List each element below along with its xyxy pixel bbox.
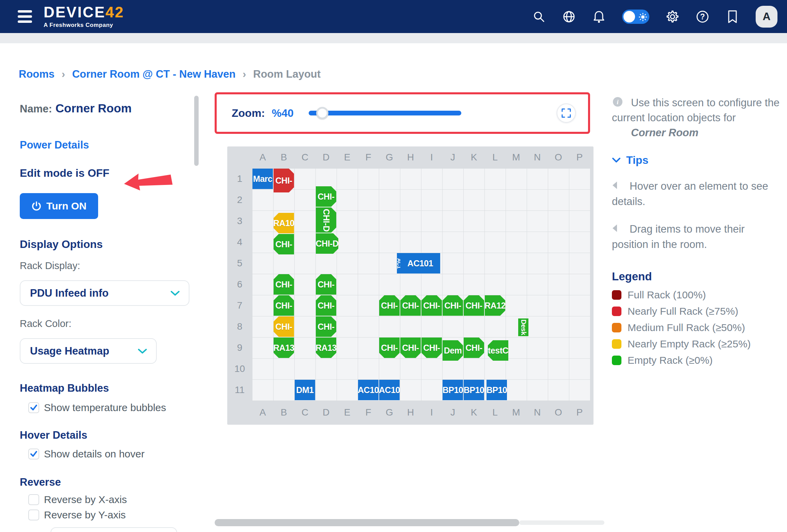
grid-item-bp10[interactable]: BP10 [487, 380, 507, 400]
grid-item-marc[interactable]: Marc [252, 169, 273, 189]
grid-col-letter: N [527, 152, 548, 163]
svg-text:?: ? [700, 12, 705, 21]
theme-toggle[interactable] [622, 10, 649, 24]
sidebar-scrollbar[interactable] [194, 96, 199, 166]
grid-row-number: 8 [227, 316, 252, 337]
zoom-slider[interactable] [309, 111, 461, 115]
grid-item-chi[interactable]: CHI- [443, 295, 463, 316]
cutoff-dropdown[interactable] [50, 527, 177, 532]
grid-row-number: 10 [227, 358, 252, 379]
grid-item-testc[interactable]: testC [488, 340, 508, 361]
grid-item-ra12[interactable]: RA12 [485, 295, 505, 316]
grid-item-bp10[interactable]: BP10 [464, 380, 484, 400]
grid-item-ac101[interactable]: AC101 [400, 253, 440, 273]
bookmark-icon[interactable] [726, 10, 739, 24]
legend-title: Legend [612, 270, 780, 283]
fullscreen-button[interactable] [557, 104, 576, 123]
help-icon[interactable]: ? [696, 10, 709, 24]
grid-item-ra13[interactable]: RA13 [316, 338, 336, 358]
grid-item-ra13[interactable]: RA13 [274, 338, 294, 358]
grid-item-chi[interactable]: CHI- [274, 274, 294, 295]
grid-row-number: 4 [227, 232, 252, 253]
grid-item-chi[interactable]: CHI- [464, 338, 484, 358]
grid-item-chi[interactable]: CHI- [379, 295, 400, 316]
breadcrumb-rooms-link[interactable]: Rooms [19, 68, 55, 80]
rack-color-label: Rack Color: [20, 318, 190, 329]
grid-col-letter: D [315, 152, 337, 163]
chevron-down-icon [138, 348, 147, 354]
name-label: Name: [20, 103, 52, 115]
grid-item-ra10[interactable]: RA10 [274, 213, 294, 233]
grid-col-letter: P [569, 407, 590, 418]
legend-swatch [612, 339, 621, 349]
grid-col-letters-bottom: ABCDEFGHIJKLMNOP [252, 401, 590, 424]
grid-item-chi[interactable]: CHI- [421, 295, 442, 316]
rack-color-select[interactable]: Usage Heatmap [20, 338, 157, 364]
legend-swatch [612, 356, 621, 365]
grid-item-chi[interactable]: CHI- [316, 316, 336, 337]
reverse-y-checkbox[interactable] [28, 510, 39, 520]
grid-item-chi[interactable]: CHI- [274, 169, 294, 192]
grid-item-chi[interactable]: CHI- [316, 274, 336, 295]
reverse-x-row: Reverse by X-axis [28, 494, 190, 505]
grid-item-chi[interactable]: CHI- [316, 186, 336, 207]
expand-icon [561, 108, 571, 118]
grid-col-letter: I [421, 407, 442, 418]
grid-item-desk[interactable]: Desk [518, 318, 528, 336]
reverse-x-checkbox[interactable] [28, 494, 39, 505]
grid-item-bp10[interactable]: BP10 [443, 380, 463, 400]
grid-item-chi[interactable]: CHI- [421, 338, 442, 358]
zoom-panel: Zoom: %40 [217, 94, 588, 132]
zoom-label: Zoom: [232, 107, 265, 120]
grid-cells[interactable]: MarcCHI-CHI-RA10CHI-DCHI-CHI-DAC1AC101CH… [252, 168, 590, 401]
svg-text:i: i [617, 98, 619, 106]
grid-item-ac10[interactable]: AC10 [379, 380, 400, 400]
grid-col-letter: E [337, 152, 358, 163]
tips-list: Hover over an element to see details.Dra… [612, 179, 780, 252]
show-hover-checkbox[interactable] [28, 449, 39, 459]
legend-label: Nearly Full Rack (≥75%) [628, 306, 738, 317]
globe-icon[interactable] [562, 10, 576, 24]
grid-item-chi[interactable]: CHI- [400, 338, 421, 358]
power-details-link[interactable]: Power Details [20, 139, 190, 151]
power-icon [31, 201, 42, 211]
search-icon[interactable] [532, 10, 546, 24]
grid-item-dem[interactable]: Dem [443, 340, 463, 361]
grid-item-chid[interactable]: CHI-D [316, 233, 338, 254]
grid-col-letters-top: ABCDEFGHIJKLMNOP [252, 146, 590, 168]
device42-logo[interactable]: DEVICE42 A Freshworks Company [44, 5, 124, 29]
grid-col-letter: P [569, 152, 590, 163]
grid-item-chi[interactable]: CHI- [274, 295, 294, 316]
room-name-value: Corner Room [56, 101, 132, 115]
avatar[interactable]: A [756, 6, 777, 28]
logo-tagline: A Freshworks Company [44, 22, 124, 29]
bell-icon[interactable] [592, 10, 606, 24]
zoom-slider-handle[interactable] [316, 107, 328, 119]
grid-col-letter: L [484, 152, 506, 163]
legend-row: Medium Full Rack (≥50%) [612, 322, 780, 333]
grid-item-chid[interactable]: CHI-D [316, 207, 336, 233]
grid-col-letter: I [421, 152, 442, 163]
grid-item-chi[interactable]: CHI- [464, 295, 484, 316]
grid-col-letter: B [273, 407, 294, 418]
grid-item-chi[interactable]: CHI- [379, 338, 400, 358]
gear-icon[interactable] [666, 10, 679, 24]
breadcrumb-room-link[interactable]: Corner Room @ CT - New Haven [72, 68, 236, 80]
grid-item-ac10[interactable]: AC10 [358, 380, 379, 400]
grid-item-chi[interactable]: CHI- [316, 295, 336, 316]
grid-item-chi[interactable]: CHI- [400, 295, 421, 316]
horizontal-scrollbar[interactable] [215, 519, 519, 526]
tips-toggle[interactable]: Tips [612, 154, 780, 167]
grid-item-dm1[interactable]: DM1 [295, 380, 315, 400]
screen-info-text: Use this screen to configure the current… [612, 97, 780, 124]
grid-col-letter: K [463, 152, 484, 163]
rack-display-select[interactable]: PDU Infeed info [20, 280, 189, 306]
grid-item-chi[interactable]: CHI- [274, 234, 294, 254]
hover-details-heading: Hover Details [20, 429, 190, 441]
horizontal-scrollbar-track[interactable] [519, 520, 604, 525]
grid-item-chi[interactable]: CHI- [274, 316, 294, 337]
logo-text: DEVICE [44, 4, 106, 20]
show-temperature-checkbox[interactable] [28, 402, 39, 413]
turn-on-button[interactable]: Turn ON [20, 193, 98, 219]
hamburger-menu-icon[interactable] [18, 10, 32, 23]
